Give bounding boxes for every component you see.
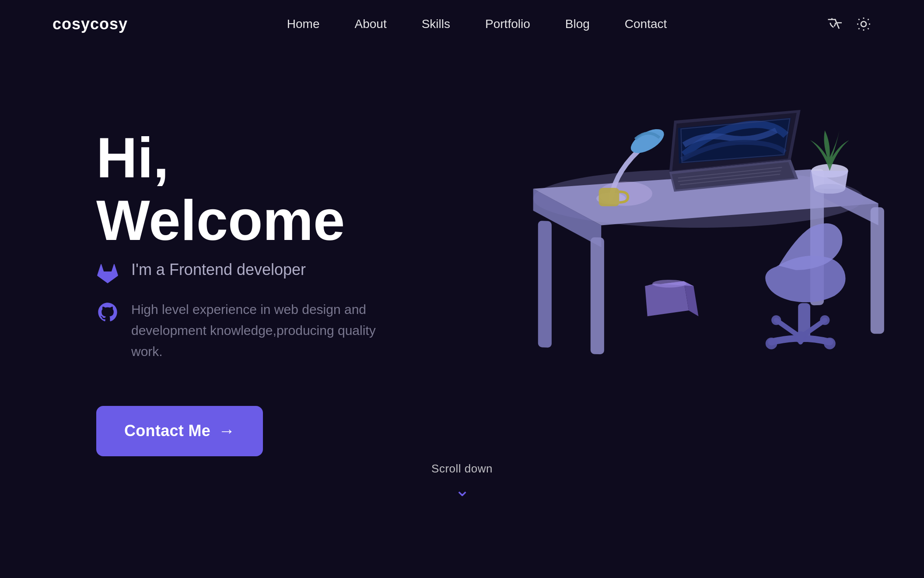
nav-links: Home About Skills Portfolio Blog Contact: [287, 17, 667, 31]
hero-social-icons: I'm a Frontend developer High level expe…: [96, 261, 376, 362]
desk-illustration: [460, 31, 898, 425]
svg-line-8: [858, 28, 859, 29]
svg-rect-12: [591, 237, 604, 354]
svg-rect-11: [538, 221, 552, 348]
svg-point-25: [771, 315, 781, 325]
svg-point-22: [766, 338, 777, 349]
hero-content: Hi, Welcome I'm a Frontend developer Hig: [96, 127, 376, 456]
svg-rect-18: [599, 188, 620, 206]
nav-blog[interactable]: Blog: [565, 17, 590, 31]
svg-point-26: [820, 315, 830, 325]
gitlab-icon[interactable]: [96, 262, 119, 285]
nav-skills[interactable]: Skills: [422, 17, 450, 31]
arrow-icon: →: [218, 422, 235, 441]
translate-button[interactable]: A: [826, 16, 842, 32]
svg-point-24: [824, 338, 836, 349]
social-row-gitlab: I'm a Frontend developer: [96, 261, 376, 285]
nav-contact[interactable]: Contact: [625, 17, 667, 31]
hero-heading: Hi, Welcome: [96, 127, 376, 252]
github-icon[interactable]: [96, 301, 119, 324]
brand-logo[interactable]: cosycosy: [52, 15, 128, 33]
social-row-github: High level experience in web design and …: [96, 299, 376, 362]
svg-point-27: [652, 280, 686, 288]
nav-utility-icons: A: [826, 16, 872, 32]
svg-rect-14: [871, 207, 884, 334]
contact-me-button[interactable]: Contact Me →: [96, 406, 263, 456]
scroll-down: Scroll down ⌄: [431, 462, 493, 499]
svg-point-20: [814, 184, 845, 194]
hero-section: Hi, Welcome I'm a Frontend developer Hig: [0, 48, 924, 508]
scroll-down-text: Scroll down: [431, 462, 493, 476]
hero-subtitle: I'm a Frontend developer: [131, 261, 306, 279]
hero-description: High level experience in web design and …: [131, 299, 376, 362]
chevron-down-icon[interactable]: ⌄: [455, 481, 470, 499]
theme-toggle-button[interactable]: [856, 16, 872, 32]
nav-about[interactable]: About: [355, 17, 387, 31]
nav-home[interactable]: Home: [287, 17, 320, 31]
svg-line-9: [868, 19, 869, 20]
svg-line-5: [868, 28, 869, 29]
svg-point-1: [861, 21, 866, 27]
svg-line-4: [858, 19, 859, 20]
nav-portfolio[interactable]: Portfolio: [485, 17, 530, 31]
navbar: cosycosy Home About Skills Portfolio Blo…: [0, 0, 924, 48]
